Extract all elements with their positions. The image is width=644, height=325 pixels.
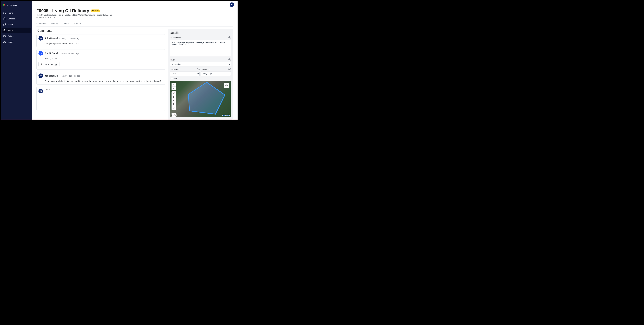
- home-icon: [3, 11, 6, 14]
- page-timestamp: 07 Feb 2023 at 14:28: [36, 16, 233, 18]
- svg-rect-1: [4, 18, 5, 19]
- svg-point-9: [173, 107, 174, 109]
- severity-label: Severity: [202, 68, 210, 70]
- avatar: JR: [38, 73, 43, 78]
- comment-time: 5 days, 22 hours ago: [62, 37, 80, 39]
- avatar: JR: [38, 36, 43, 40]
- tabs: Comments History Photos Reports: [36, 19, 233, 26]
- sidebar: Klarian Home Devices Assets: [0, 0, 32, 120]
- sidebar-item-home[interactable]: Home: [2, 10, 31, 16]
- type-select[interactable]: Inspection: [170, 62, 231, 66]
- likelihood-select[interactable]: Low: [170, 71, 200, 76]
- ticket-icon: [3, 35, 6, 37]
- info-icon[interactable]: i: [228, 68, 231, 70]
- brand-logo[interactable]: Klarian: [0, 2, 32, 10]
- map-icon: [3, 23, 6, 26]
- draw-line-button[interactable]: [172, 91, 176, 95]
- description-label: Description: [171, 36, 181, 39]
- required-marker: *: [201, 68, 202, 70]
- likelihood-label: Likelihood: [171, 68, 180, 70]
- type-label: Type: [171, 59, 175, 61]
- separator: -: [59, 74, 60, 77]
- comment-time: 5 days, 22 hours ago: [61, 52, 79, 54]
- sidebar-item-devices[interactable]: Devices: [2, 16, 31, 21]
- svg-point-4: [5, 41, 5, 42]
- page-title: #0005 - Irving Oil Refinery: [36, 8, 89, 13]
- severity-select[interactable]: Very High: [201, 71, 231, 76]
- draw-circle-button[interactable]: [172, 106, 176, 110]
- draw-rectangle-button[interactable]: [172, 99, 176, 102]
- required-marker: *: [170, 36, 170, 39]
- draw-marker-button[interactable]: [172, 102, 176, 106]
- details-title: Details: [170, 31, 231, 34]
- draw-polygon-button[interactable]: [172, 95, 176, 99]
- tab-history[interactable]: History: [51, 21, 58, 26]
- brand-name: Klarian: [6, 3, 17, 7]
- comment-author: Tim McDonald: [44, 52, 59, 54]
- location-map[interactable]: + −: [170, 81, 231, 117]
- attachment-name: 2020-05-20.jpg: [44, 63, 58, 65]
- svg-line-6: [173, 92, 174, 94]
- tab-photos[interactable]: Photos: [63, 21, 69, 26]
- comment-author: John Renard: [44, 37, 58, 39]
- comment-body: Can you upload a photo of the site?: [38, 40, 163, 45]
- tab-comments[interactable]: Comments: [36, 21, 46, 26]
- sidebar-label: Home: [8, 12, 13, 14]
- sidebar-label: Tickets: [8, 35, 14, 37]
- required-marker: *: [170, 59, 170, 61]
- comment-card: TM Tim McDonald 5 days, 22 hours ago Her…: [36, 49, 165, 70]
- avatar: JR: [38, 89, 43, 93]
- leaflet-link[interactable]: Leaflet: [225, 115, 230, 116]
- sidebar-label: Devices: [8, 17, 15, 20]
- note-label: Note: [46, 88, 50, 91]
- sidebar-label: Risks: [8, 29, 13, 31]
- separator: -: [59, 37, 60, 40]
- sidebar-item-users[interactable]: Users: [2, 39, 31, 45]
- location-label: Location: [170, 77, 231, 80]
- brand-mark-icon: [3, 3, 6, 7]
- layers-button[interactable]: [224, 83, 229, 88]
- svg-marker-7: [173, 96, 174, 98]
- page-subtitle: Risk Of Spillage, Explosion Or Leakage N…: [36, 14, 233, 16]
- device-icon: [3, 17, 6, 20]
- comments-title: Comments: [36, 29, 165, 32]
- map-attribution: Leaflet: [222, 115, 230, 116]
- map-draw-tools: [172, 91, 176, 110]
- description-textarea[interactable]: [170, 40, 231, 56]
- comment-body: Here you go!: [38, 55, 163, 60]
- comments-column: Comments JR John Renard - 5 days, 22 hou…: [36, 29, 165, 120]
- info-icon[interactable]: i: [197, 68, 200, 70]
- required-marker: *: [170, 68, 170, 70]
- sidebar-item-risks[interactable]: Risks: [2, 27, 31, 33]
- flag-icon: [223, 115, 224, 116]
- comment-card: JR John Renard - 5 days, 22 hours ago Ca…: [36, 34, 165, 47]
- topbar: JR: [32, 0, 238, 8]
- zoom-in-button[interactable]: +: [172, 83, 176, 86]
- comment-body: Thank you! Yeah looks like we need to re…: [38, 78, 163, 82]
- map-polygon: [187, 82, 226, 115]
- paperclip-icon: [40, 63, 42, 66]
- tab-reports[interactable]: Reports: [74, 21, 81, 26]
- sidebar-item-assets[interactable]: Assets: [2, 22, 31, 27]
- map-scale: 500 m: [172, 114, 177, 116]
- map-zoom-controls: + −: [172, 83, 176, 90]
- info-icon[interactable]: i: [228, 36, 231, 39]
- info-icon[interactable]: i: [228, 58, 231, 61]
- sidebar-label: Users: [8, 41, 13, 43]
- required-marker: *: [44, 88, 45, 91]
- avatar: TM: [38, 51, 43, 55]
- details-panel: Details * Description i: [168, 29, 233, 120]
- warning-icon: [3, 29, 6, 32]
- user-avatar[interactable]: JR: [230, 2, 234, 7]
- note-textarea[interactable]: [44, 92, 163, 110]
- sidebar-nav: Home Devices Assets Risks: [0, 10, 32, 45]
- sidebar-item-tickets[interactable]: Tickets: [2, 33, 31, 39]
- page-header: #0005 - Irving Oil Refinery Medium Risk …: [36, 8, 233, 19]
- sidebar-label: Assets: [8, 23, 14, 26]
- svg-point-3: [4, 41, 4, 42]
- comment-author: John Renard: [44, 74, 58, 77]
- svg-rect-8: [173, 100, 174, 101]
- zoom-out-button[interactable]: −: [172, 86, 176, 90]
- attachment-chip[interactable]: 2020-05-20.jpg: [38, 62, 60, 67]
- note-card: JR * Note: [36, 87, 165, 111]
